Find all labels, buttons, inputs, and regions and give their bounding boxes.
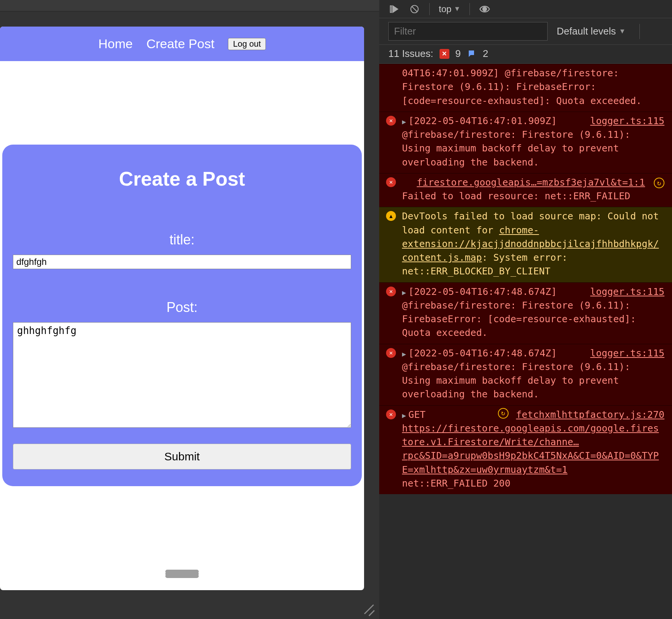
error-icon <box>386 287 396 296</box>
error-icon <box>386 177 396 187</box>
error-icon <box>386 116 396 126</box>
reload-icon[interactable] <box>654 178 664 188</box>
devtools-pane: top ▼ Default levels ▼ 11 Issues: 9 2 04… <box>379 0 672 619</box>
title-input[interactable] <box>13 255 351 269</box>
nav-home[interactable]: Home <box>98 36 133 51</box>
request-url-link[interactable]: https://firestore.googleapis.com/google.… <box>402 423 659 475</box>
context-selector[interactable]: top ▼ <box>439 4 460 14</box>
svg-marker-1 <box>393 6 398 12</box>
app-navbar: Home Create Post Log out <box>0 27 364 61</box>
svg-line-3 <box>412 6 417 11</box>
resize-handle-icon[interactable] <box>360 600 375 615</box>
console-error-row[interactable]: firestore.googleapis…=mzbsf3eja7vl&t=1:1… <box>379 173 672 207</box>
error-icon <box>386 348 396 358</box>
console-messages[interactable]: 04T16:47:01.909Z] @firebase/firestore: F… <box>379 64 672 619</box>
nav-create-post[interactable]: Create Post <box>146 36 215 51</box>
source-link[interactable]: firestore.googleapis…=mzbsf3eja7vl&t=1:1 <box>417 177 645 188</box>
disclosure-triangle-icon[interactable]: ▶ <box>402 117 406 127</box>
source-link[interactable]: logger.ts:115 <box>590 347 664 360</box>
svg-rect-0 <box>390 6 391 12</box>
console-message-text: Failed to load resource: net::ERR_FAILED <box>402 191 630 202</box>
top-grey-bar <box>0 0 379 11</box>
chevron-down-icon: ▼ <box>454 5 460 13</box>
card-heading: Create a Post <box>13 167 351 190</box>
source-link[interactable]: fetchxmlhttpfactory.js:270 <box>516 408 664 422</box>
console-message-text: 04T16:47:01.909Z] @firebase/firestore: F… <box>402 68 642 106</box>
title-label: title: <box>13 232 351 248</box>
separator <box>639 24 640 39</box>
error-icon <box>386 410 396 419</box>
http-method: GET <box>408 409 425 420</box>
live-expression-icon[interactable] <box>479 3 490 15</box>
disclosure-triangle-icon[interactable]: ▶ <box>402 349 406 359</box>
devtools-toolbar: top ▼ <box>379 0 672 18</box>
console-error-row[interactable]: fetchxmlhttpfactory.js:270 ▶GET https://… <box>379 405 672 495</box>
post-textarea[interactable]: ghhghfghfg <box>13 322 351 428</box>
console-message-text-post: net::ERR_FAILED 200 <box>402 477 664 490</box>
source-link[interactable]: logger.ts:115 <box>590 114 664 128</box>
warning-icon <box>386 211 396 221</box>
disclosure-triangle-icon[interactable]: ▶ <box>402 288 406 298</box>
disclosure-triangle-icon[interactable]: ▶ <box>402 411 406 421</box>
clear-console-icon[interactable] <box>409 3 420 15</box>
console-error-row[interactable]: logger.ts:115 ▶[2022-05-04T16:47:48.674Z… <box>379 282 672 344</box>
error-count: 9 <box>455 48 461 60</box>
error-badge-icon <box>440 49 449 59</box>
console-error-row[interactable]: logger.ts:115 ▶[2022-05-04T16:47:48.674Z… <box>379 344 672 405</box>
toolbar-separator <box>469 3 470 15</box>
log-levels-label: Default levels <box>557 25 616 37</box>
log-levels-selector[interactable]: Default levels ▼ <box>557 25 626 37</box>
toolbar-separator <box>429 3 430 15</box>
info-badge-icon <box>467 49 477 59</box>
chevron-down-icon: ▼ <box>619 27 626 35</box>
post-label: Post: <box>13 299 351 315</box>
reload-icon[interactable] <box>498 408 509 419</box>
play-step-icon[interactable] <box>388 3 400 15</box>
submit-button[interactable]: Submit <box>13 444 351 469</box>
console-filter-input[interactable] <box>388 22 548 41</box>
svg-point-4 <box>483 7 487 11</box>
issues-label: 11 Issues: <box>388 48 433 60</box>
content-area: Create a Post title: Post: ghhghfghfg Su… <box>0 61 364 587</box>
device-preview-pane: Home Create Post Log out Create a Post t… <box>0 0 379 619</box>
console-error-row[interactable]: 04T16:47:01.909Z] @firebase/firestore: F… <box>379 64 672 112</box>
issues-bar[interactable]: 11 Issues: 9 2 <box>379 45 672 64</box>
devtools-filter-bar: Default levels ▼ <box>379 18 672 45</box>
device-frame: Home Create Post Log out Create a Post t… <box>0 27 364 590</box>
console-error-row[interactable]: logger.ts:115 ▶[2022-05-04T16:47:01.909Z… <box>379 112 672 173</box>
console-warning-row[interactable]: DevTools failed to load source map: Coul… <box>379 207 672 282</box>
context-label: top <box>439 4 451 14</box>
info-count: 2 <box>483 48 488 60</box>
logout-button[interactable]: Log out <box>228 38 265 50</box>
source-link[interactable]: logger.ts:115 <box>590 285 664 299</box>
create-post-card: Create a Post title: Post: ghhghfghfg Su… <box>2 145 362 486</box>
device-handle-icon <box>165 570 199 573</box>
